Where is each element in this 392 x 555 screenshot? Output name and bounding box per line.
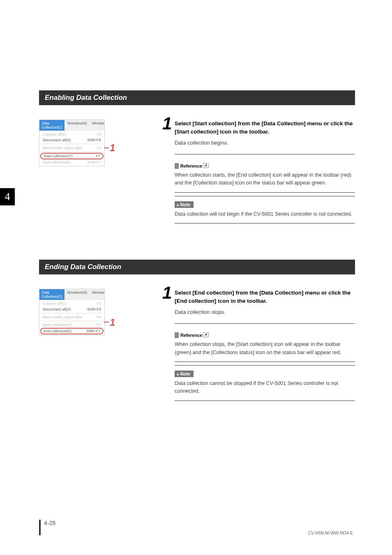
menu-tab-window: Window xyxy=(90,120,107,131)
page-flip-icon: ↗ xyxy=(203,332,209,337)
menu-item: Connect all(C)F5 xyxy=(39,131,104,137)
menu-screenshot-ending: Data Collection(C) Simulator(M) Window C… xyxy=(39,289,162,404)
menu-item: End collection(E)Shift+F7 xyxy=(39,159,104,165)
reference-tag: Reference↗ xyxy=(175,163,210,169)
callout-line xyxy=(104,322,109,322)
step-body: Data collection stops. xyxy=(175,308,355,316)
menu-screenshot-enabling: Data Collection(C) Simulator(M) Window C… xyxy=(39,120,162,227)
note-body: Data collection will not begin if the CV… xyxy=(175,210,355,218)
menu-item-start-collection: Start collection(T)F7 xyxy=(40,153,104,159)
reference-body: When collection stops, the [Start collec… xyxy=(175,341,355,357)
reference-body: When collection starts, the [End collect… xyxy=(175,171,355,187)
note-tag: Note xyxy=(175,371,194,377)
step-number: 1 xyxy=(162,114,172,134)
callout-line xyxy=(104,147,109,148)
reference-tag: Reference↗ xyxy=(175,332,210,338)
page-flip-icon: ↗ xyxy=(203,163,209,168)
step-title: Select [End collection] from the [Data C… xyxy=(175,289,355,306)
section-title-enabling: Enabling Data Collection xyxy=(39,90,355,105)
menu-item: Disconnect all(D)Shift+F5 xyxy=(39,306,104,312)
callout-number: 1 xyxy=(110,142,115,154)
menu-item-end-collection: End collection(E)Shift+F7 xyxy=(40,328,104,334)
menu-item: Disconnect all(D)Shift+F5 xyxy=(39,137,104,143)
section-title-ending: Ending Data Collection xyxy=(39,260,355,274)
menu-tab-data-collection: Data Collection(C) xyxy=(39,289,65,300)
note-tag: Note xyxy=(175,201,194,208)
menu-tab-simulator: Simulator(M) xyxy=(65,120,90,131)
menu-item: Batch-verify output dataF6 xyxy=(39,314,104,320)
menu-tab-window: Window xyxy=(90,289,107,300)
menu-item: Start collection(T)F7 xyxy=(39,322,104,328)
menu-tab-data-collection: Data Collection(C) xyxy=(39,120,65,131)
page-number: 4-28 xyxy=(39,520,55,535)
menu-item: Connect all(C)F5 xyxy=(39,301,104,306)
menu-item: Batch-verify output dataF6 xyxy=(39,145,104,151)
step-title: Select [Start collection] from the [Data… xyxy=(175,120,355,136)
document-id: CV-H5N-M-WW-NO4-E xyxy=(308,530,353,535)
callout-number: 1 xyxy=(110,317,115,328)
menu-tab-simulator: Simulator(M) xyxy=(65,289,90,300)
note-body: Data collection cannot be stopped if the… xyxy=(175,380,355,396)
step-body: Data collection begins. xyxy=(175,139,355,147)
step-number: 1 xyxy=(162,283,172,303)
